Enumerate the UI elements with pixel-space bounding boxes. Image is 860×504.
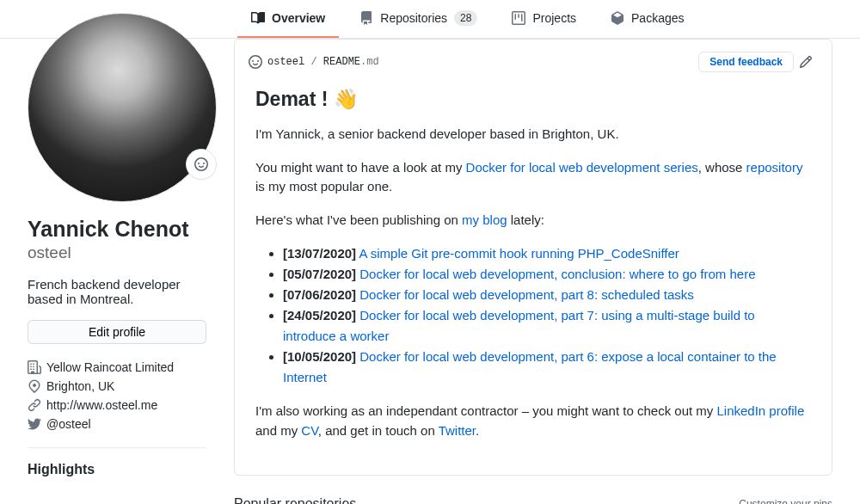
profile-readme: osteel / README.md Send feedback Demat !… [234, 39, 832, 476]
repo-count-badge: 28 [454, 10, 477, 26]
link-repository[interactable]: repository [746, 160, 803, 175]
readme-para-4: I'm also working as an independant contr… [255, 402, 811, 440]
list-item: [10/05/2020] Docker for local web develo… [283, 347, 811, 388]
profile-bio: French backend developer based in Montre… [28, 277, 206, 306]
tab-label: Overview [272, 11, 325, 25]
blog-post-list: [13/07/2020] A simple Git pre-commit hoo… [255, 243, 811, 388]
pencil-icon [799, 55, 813, 69]
project-icon [512, 11, 525, 25]
package-icon [611, 11, 624, 25]
blog-post-link[interactable]: A simple Git pre-commit hook running PHP… [359, 246, 679, 261]
tab-label: Packages [631, 11, 684, 25]
link-docker-series[interactable]: Docker for local web development series [466, 160, 698, 175]
link-linkedin[interactable]: LinkedIn profile [716, 403, 804, 418]
tab-overview[interactable]: Overview [237, 0, 339, 38]
link-icon [28, 398, 41, 412]
tab-label: Repositories [380, 11, 447, 25]
book-icon [251, 11, 265, 25]
link-twitter[interactable]: Twitter [439, 423, 476, 438]
set-status-button[interactable] [186, 149, 217, 180]
smiley-icon [194, 157, 208, 171]
twitter-text: @osteel [46, 417, 91, 431]
twitter-icon [28, 417, 41, 431]
tab-repositories[interactable]: Repositories 28 [346, 0, 491, 38]
list-item: [13/07/2020] A simple Git pre-commit hoo… [283, 243, 811, 264]
blog-post-link[interactable]: Docker for local web development, part 6… [283, 349, 777, 384]
blog-post-link[interactable]: Docker for local web development, part 8… [359, 287, 694, 302]
profile-twitter[interactable]: @osteel [28, 415, 206, 433]
organization-icon [28, 360, 41, 374]
profile-username: osteel [28, 243, 206, 263]
profile-sidebar: Yannick Chenot osteel French backend dev… [0, 39, 220, 504]
link-cv[interactable]: CV [301, 423, 317, 438]
list-item: [24/05/2020] Docker for local web develo… [283, 305, 811, 347]
repo-icon [359, 11, 373, 25]
edit-profile-button[interactable]: Edit profile [28, 320, 206, 344]
readme-title: Demat ! 👋 [255, 88, 811, 111]
tab-projects[interactable]: Projects [498, 0, 590, 38]
tab-label: Projects [532, 11, 576, 25]
website-text: http://www.osteel.me [46, 398, 157, 412]
link-blog[interactable]: my blog [462, 212, 507, 227]
readme-para-3: Here's what I've been publishing on my b… [255, 211, 811, 230]
readme-intro: I'm Yannick, a senior backend developer … [255, 125, 811, 144]
popular-repos-heading: Popular repositories [234, 496, 739, 504]
company-text: Yellow Raincoat Limited [46, 360, 174, 374]
tab-packages[interactable]: Packages [597, 0, 697, 38]
readme-para-2: You might want to have a look at my Dock… [255, 158, 811, 197]
edit-readme-button[interactable] [794, 50, 818, 74]
smiley-icon [249, 55, 262, 69]
list-item: [07/06/2020] Docker for local web develo… [283, 285, 811, 305]
blog-post-link[interactable]: Docker for local web development, conclu… [359, 267, 755, 281]
list-item: [05/07/2020] Docker for local web develo… [283, 264, 811, 285]
profile-name: Yannick Chenot [28, 216, 206, 243]
profile-company: Yellow Raincoat Limited [28, 358, 206, 377]
customize-pins-link[interactable]: Customize your pins [739, 498, 832, 504]
location-text: Brighton, UK [46, 379, 114, 393]
location-icon [28, 379, 41, 393]
profile-location: Brighton, UK [28, 377, 206, 396]
send-feedback-button[interactable]: Send feedback [698, 52, 794, 72]
readme-path: osteel / README.md [249, 55, 698, 69]
profile-website[interactable]: http://www.osteel.me [28, 396, 206, 415]
highlights-heading: Highlights [28, 447, 206, 477]
